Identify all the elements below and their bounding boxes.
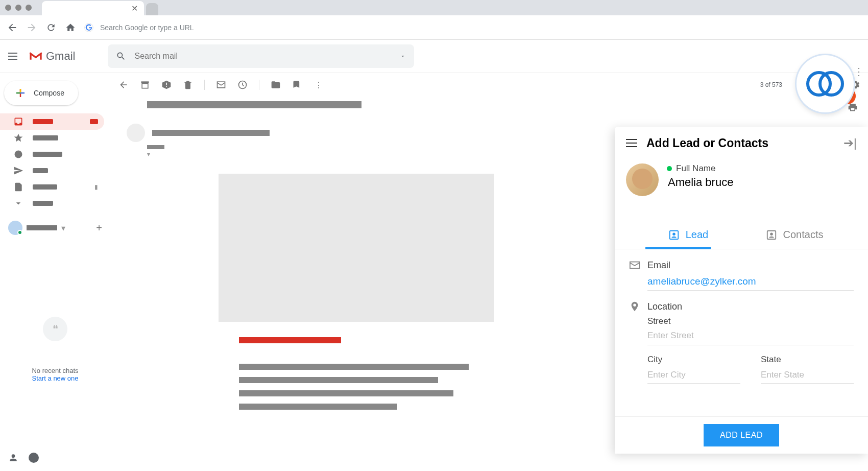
- chevron-down-icon: [13, 198, 23, 208]
- crm-header: Add Lead or Contacts ➔|: [615, 127, 868, 159]
- snooze-icon[interactable]: [237, 80, 248, 90]
- email-value[interactable]: ameliabruce@zylker.com: [647, 273, 854, 291]
- sidebar-more[interactable]: [0, 195, 104, 211]
- maximize-window-dot[interactable]: [26, 5, 32, 11]
- mail-toolbar: ⋮ 3 of 573 ‹ › ⌨▾: [118, 73, 860, 97]
- svg-rect-2: [141, 81, 149, 83]
- street-input[interactable]: [647, 326, 854, 345]
- chat-section: ▾ +: [0, 221, 110, 235]
- crm-menu-icon[interactable]: [626, 139, 637, 147]
- contact-avatar[interactable]: [626, 163, 659, 196]
- street-label: Street: [647, 316, 854, 326]
- close-window-dot[interactable]: [5, 5, 11, 11]
- add-lead-button[interactable]: ADD LEAD: [704, 424, 779, 446]
- email-label: Email: [647, 260, 670, 271]
- crm-collapse-icon[interactable]: ➔|: [843, 136, 857, 150]
- start-chat-link[interactable]: Start a new one: [0, 374, 110, 382]
- state-input[interactable]: [761, 367, 854, 384]
- back-icon[interactable]: [6, 21, 18, 34]
- gmail-sidebar: Compose ▮: [0, 73, 110, 471]
- sidebar-drafts[interactable]: ▮: [0, 179, 104, 195]
- archive-icon[interactable]: [140, 80, 150, 90]
- online-dot-icon: [667, 166, 672, 171]
- sender-avatar[interactable]: [127, 124, 145, 142]
- to-recipient[interactable]: [147, 145, 164, 149]
- add-chat-icon[interactable]: +: [96, 222, 102, 234]
- search-mail-input[interactable]: [134, 52, 392, 61]
- city-input[interactable]: [647, 367, 740, 384]
- gmail-brand-text: Gmail: [46, 50, 75, 63]
- gmail-m-icon: [29, 51, 43, 61]
- message-text-line: [239, 404, 397, 410]
- chat-avatar: [8, 221, 22, 235]
- hangouts-icon: ❝: [43, 317, 67, 341]
- url-search-box[interactable]: Search Google or type a URL: [84, 22, 862, 33]
- search-icon: [116, 51, 126, 61]
- more-actions-icon[interactable]: ⋮: [314, 80, 324, 90]
- hangouts-footer-icon[interactable]: [29, 453, 39, 463]
- full-name-label: Full Name: [676, 163, 715, 174]
- crm-contact-block: Full Name Amelia bruce: [615, 159, 868, 206]
- crm-title: Add Lead or Contacts: [646, 136, 768, 150]
- no-chats-placeholder: ❝ No recent chats Start a new one: [0, 317, 110, 382]
- email-field-group: Email ameliabruce@zylker.com: [629, 260, 854, 291]
- send-icon: [13, 166, 23, 176]
- browser-titlebar: ✕: [0, 0, 868, 15]
- print-icon[interactable]: [848, 102, 858, 114]
- sidebar-footer: [0, 449, 110, 467]
- city-label: City: [647, 355, 740, 365]
- tab-contacts[interactable]: Contacts: [741, 221, 848, 249]
- google-icon: [84, 22, 94, 33]
- lead-icon: [668, 229, 680, 241]
- message-text-line: [239, 364, 469, 370]
- search-options-icon[interactable]: [400, 53, 406, 59]
- no-chats-text: No recent chats: [0, 367, 110, 374]
- back-to-inbox-icon[interactable]: [118, 80, 129, 90]
- person-icon[interactable]: [8, 453, 18, 463]
- home-icon[interactable]: [64, 21, 77, 34]
- sidebar-sent[interactable]: [0, 162, 104, 179]
- svg-rect-3: [142, 84, 148, 88]
- sender-name: [152, 130, 270, 136]
- search-mail-box[interactable]: [108, 44, 414, 68]
- labels-icon[interactable]: [292, 80, 302, 90]
- minimize-window-dot[interactable]: [15, 5, 21, 11]
- svg-point-1: [15, 151, 22, 158]
- email-icon: [629, 260, 640, 271]
- move-to-icon[interactable]: [271, 80, 281, 90]
- mark-unread-icon[interactable]: [216, 80, 226, 90]
- message-subject: [147, 101, 361, 108]
- main-menu-icon[interactable]: [8, 50, 20, 62]
- reload-icon[interactable]: [45, 21, 57, 34]
- browser-more-icon[interactable]: ⋮: [854, 65, 864, 78]
- forward-icon[interactable]: [26, 21, 38, 34]
- crm-extension-badge[interactable]: [797, 55, 854, 112]
- gmail-header: Gmail: [0, 40, 868, 73]
- inbox-icon: [13, 116, 23, 127]
- sidebar-inbox[interactable]: [0, 113, 104, 130]
- tab-lead[interactable]: Lead: [635, 221, 741, 249]
- delete-icon[interactable]: [183, 80, 193, 90]
- state-label: State: [761, 355, 854, 365]
- tab-bar: ✕: [42, 0, 158, 15]
- compose-button[interactable]: Compose: [4, 81, 78, 105]
- svg-point-9: [672, 232, 676, 236]
- sidebar-snoozed[interactable]: [0, 146, 104, 162]
- crm-tabs: Lead Contacts: [615, 221, 868, 249]
- gmail-logo[interactable]: Gmail: [29, 50, 75, 63]
- message-text-line: [239, 377, 438, 383]
- spam-icon[interactable]: [161, 80, 172, 90]
- svg-point-11: [770, 232, 773, 236]
- location-icon: [629, 301, 640, 312]
- browser-tab-active[interactable]: ✕: [42, 1, 144, 15]
- plus-icon: [14, 87, 27, 99]
- new-tab-button[interactable]: [146, 3, 158, 15]
- compose-label: Compose: [34, 89, 64, 97]
- chat-user-row[interactable]: ▾ +: [8, 221, 102, 235]
- crm-form: Email ameliabruce@zylker.com Location St…: [615, 249, 868, 404]
- message-heading: [239, 337, 341, 343]
- clock-icon: [13, 149, 23, 159]
- message-text-line: [239, 390, 453, 396]
- sidebar-starred[interactable]: [0, 130, 104, 146]
- close-tab-icon[interactable]: ✕: [131, 4, 138, 13]
